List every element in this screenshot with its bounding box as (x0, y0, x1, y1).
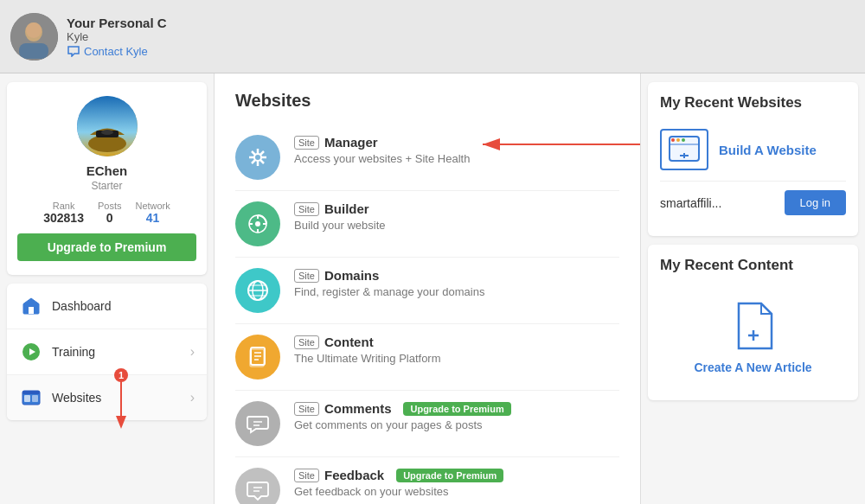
domains-title: Site Domains (294, 268, 619, 283)
rank-value: 302813 (43, 211, 84, 225)
domains-icon-circle (235, 268, 280, 313)
recent-content-section: My Recent Content Create A New Article (648, 245, 858, 400)
top-bar-name: Kyle (67, 30, 167, 43)
profile-tier: Starter (91, 180, 122, 192)
login-button[interactable]: Log in (785, 190, 846, 215)
training-label: Training (52, 345, 190, 359)
profile-stats: Rank 302813 Posts 0 Network 41 (43, 201, 170, 225)
avatar (10, 13, 58, 61)
main-layout: EChen Starter Rank 302813 Posts 0 Networ… (0, 73, 865, 504)
smartaffiliate-row: smartaffili... Log in (660, 181, 846, 224)
nav-card: Dashboard Training › (7, 284, 207, 420)
upgrade-to-premium-button[interactable]: Upgrade to Premium (17, 233, 196, 261)
domains-desc: Find, register & manage your domains (294, 285, 619, 298)
websites-icon (19, 386, 43, 410)
comments-desc: Get comments on your pages & posts (294, 418, 619, 431)
top-bar: Your Personal C Kyle Contact Kyle (0, 0, 865, 73)
websites-label: Websites (52, 391, 190, 405)
contact-kyle-button[interactable]: Contact Kyle (67, 45, 167, 58)
manager-info: Site Manager Access your websites + Site… (294, 135, 619, 165)
feedback-info: Site Feedback Upgrade to Premium Get fee… (294, 468, 619, 498)
contact-kyle-label: Contact Kyle (84, 45, 148, 58)
domains-info: Site Domains Find, register & manage you… (294, 268, 619, 298)
domains-site-tag: Site (294, 269, 319, 283)
sidebar-item-training[interactable]: Training › (7, 329, 207, 375)
feedback-title: Site Feedback Upgrade to Premium (294, 468, 619, 482)
recent-content-title: My Recent Content (660, 257, 846, 274)
comments-premium-badge[interactable]: Upgrade to Premium (403, 402, 510, 416)
svg-rect-2 (19, 43, 48, 59)
rank-label: Rank (43, 201, 84, 211)
builder-desc: Build your website (294, 219, 619, 232)
svg-point-28 (255, 221, 260, 226)
builder-site-tag: Site (294, 202, 319, 216)
svg-point-44 (671, 138, 675, 142)
site-domains-item[interactable]: Site Domains Find, register & manage you… (235, 258, 619, 324)
smartaffiliate-name: smartaffili... (660, 196, 721, 210)
site-builder-item[interactable]: Site Builder Build your website (235, 191, 619, 258)
training-icon (19, 340, 43, 364)
comments-site-tag: Site (294, 402, 319, 416)
feedback-icon-circle (235, 468, 280, 504)
content-site-tag: Site (294, 335, 319, 349)
svg-point-26 (254, 154, 261, 161)
network-label: Network (135, 201, 170, 211)
site-comments-item[interactable]: Site Comments Upgrade to Premium Get com… (235, 391, 619, 457)
stat-network: Network 41 (135, 201, 170, 225)
top-bar-info: Your Personal C Kyle Contact Kyle (67, 16, 167, 58)
build-website-card: Build A Website (660, 122, 846, 177)
content-desc: The Ultimate Writing Platform (294, 352, 619, 365)
recent-websites-section: My Recent Websites Build A Website (648, 82, 858, 236)
profile-avatar (77, 96, 138, 156)
stat-rank: Rank 302813 (43, 201, 84, 225)
svg-rect-13 (24, 395, 30, 402)
comments-icon-circle (235, 401, 280, 446)
websites-chevron-icon: › (190, 390, 195, 405)
websites-section-title: Websites (235, 91, 619, 111)
comments-title: Site Comments Upgrade to Premium (294, 401, 619, 416)
site-content-item[interactable]: Site Content The Ultimate Writing Platfo… (235, 324, 619, 391)
svg-point-3 (26, 22, 42, 38)
feedback-site-tag: Site (294, 469, 319, 482)
dashboard-label: Dashboard (52, 299, 195, 313)
article-icon (729, 298, 778, 354)
chat-icon (67, 45, 80, 57)
profile-card-inner: EChen Starter Rank 302813 Posts 0 Networ… (17, 96, 196, 261)
builder-icon-circle (235, 201, 280, 246)
create-article-label[interactable]: Create A New Article (694, 360, 811, 374)
content-icon-circle (235, 335, 280, 380)
profile-card: EChen Starter Rank 302813 Posts 0 Networ… (7, 82, 207, 275)
dashboard-icon (19, 294, 43, 318)
sidebar-item-websites[interactable]: Websites › (7, 375, 207, 420)
stat-posts: Posts 0 (98, 201, 122, 225)
recent-websites-title: My Recent Websites (660, 94, 846, 112)
svg-rect-14 (32, 395, 38, 402)
posts-label: Posts (98, 201, 122, 211)
site-feedback-item[interactable]: Site Feedback Upgrade to Premium Get fee… (235, 457, 619, 504)
profile-name: EChen (86, 163, 128, 178)
builder-title: Site Builder (294, 201, 619, 216)
svg-point-7 (101, 130, 113, 135)
build-website-icon (660, 129, 708, 170)
feedback-desc: Get feedback on your websites (294, 485, 619, 498)
feedback-premium-badge[interactable]: Upgrade to Premium (396, 469, 503, 482)
manager-icon-circle (235, 135, 280, 180)
comments-info: Site Comments Upgrade to Premium Get com… (294, 401, 619, 431)
sidebar-item-dashboard[interactable]: Dashboard (7, 284, 207, 329)
svg-point-46 (682, 138, 685, 142)
training-chevron-icon: › (190, 344, 195, 360)
manager-title: Site Manager (294, 135, 619, 150)
svg-rect-12 (22, 391, 40, 394)
create-article-card: Create A New Article (660, 284, 846, 388)
manager-desc: Access your websites + Site Health (294, 152, 619, 165)
top-bar-title: Your Personal C (67, 16, 167, 30)
content-info: Site Content The Ultimate Writing Platfo… (294, 335, 619, 365)
right-panel: My Recent Websites Build A Website (640, 73, 865, 504)
build-website-label[interactable]: Build A Website (719, 143, 817, 157)
sidebar: EChen Starter Rank 302813 Posts 0 Networ… (0, 73, 215, 504)
site-manager-item[interactable]: Site Manager Access your websites + Site… (235, 124, 619, 191)
site-items-list: Site Manager Access your websites + Site… (235, 124, 619, 504)
svg-point-45 (676, 138, 680, 142)
svg-rect-8 (29, 307, 34, 314)
manager-site-tag: Site (294, 136, 319, 150)
